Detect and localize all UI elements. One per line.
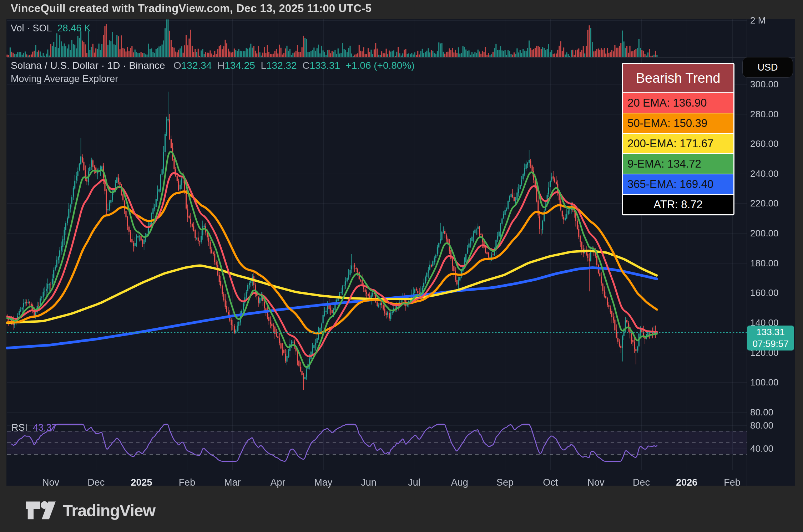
tradingview-logo-text: TradingView xyxy=(63,501,155,520)
time-axis-label: Feb xyxy=(179,477,196,488)
time-axis-label: May xyxy=(314,477,332,488)
time-axis-label: Feb xyxy=(724,477,741,488)
time-axis-label: Jul xyxy=(408,477,420,488)
rsi-value: 43.37 xyxy=(33,422,57,433)
low-value: 132.32 xyxy=(266,60,297,71)
time-axis-label: Oct xyxy=(543,477,558,488)
time-axis-label: 2026 xyxy=(676,477,697,488)
legend-row-9ema: 9-EMA: 134.72 xyxy=(623,154,733,174)
legend-row-20ema: 20 EMA: 136.90 xyxy=(623,93,733,113)
currency-toggle-button[interactable]: USD xyxy=(742,57,793,78)
trend-legend-box[interactable]: Bearish Trend 20 EMA: 136.90 50-EMA: 150… xyxy=(622,63,734,215)
high-value: 134.25 xyxy=(224,60,255,71)
time-axis-label: Nov xyxy=(587,477,605,488)
indicator-title: Moving Average Explorer xyxy=(11,73,118,85)
symbol-ohlc-line: Solana / U.S. Dollar · 1D · Binance O132… xyxy=(11,60,415,71)
price-tick: 240.00 xyxy=(750,168,779,179)
price-tick: 220.00 xyxy=(750,198,779,209)
symbol-name: Solana / U.S. Dollar · 1D · Binance xyxy=(11,60,165,71)
time-axis-label: 2025 xyxy=(131,477,152,488)
high-label: H xyxy=(217,60,224,71)
time-axis-label: Nov xyxy=(42,477,59,488)
trend-status-header: Bearish Trend xyxy=(623,64,733,92)
price-tick: 280.00 xyxy=(750,108,779,119)
open-label: O xyxy=(173,60,181,71)
page-title: VinceQuill created with TradingView.com,… xyxy=(11,2,372,15)
time-axis-label: Jun xyxy=(361,477,377,488)
legend-row-365ema: 365-EMA: 169.40 xyxy=(623,174,733,194)
time-axis-label: Aug xyxy=(451,477,468,488)
volume-legend: Vol · SOL 28.46 K xyxy=(11,23,91,34)
time-axis-label: Dec xyxy=(633,477,650,488)
last-price-value: 133.31 xyxy=(756,326,785,338)
page: { "title": "VinceQuill created with Trad… xyxy=(0,0,803,532)
volume-scale-label: 2 M xyxy=(750,15,766,26)
legend-row-50ema: 50-EMA: 150.39 xyxy=(623,113,733,133)
price-tick: 260.00 xyxy=(750,138,779,149)
tradingview-footer[interactable]: TradingView xyxy=(26,499,155,522)
change-value: +1.06 (+0.80%) xyxy=(346,60,415,71)
time-axis-label: Mar xyxy=(224,477,241,488)
last-price-badge: 133.31 07:59:57 xyxy=(747,326,794,351)
bar-countdown: 07:59:57 xyxy=(752,338,788,350)
legend-row-atr: ATR: 8.72 xyxy=(623,195,733,214)
rsi-legend: RSI 43.37 xyxy=(11,422,57,433)
time-axis-label: Apr xyxy=(270,477,285,488)
time-axis-label: Dec xyxy=(87,477,105,488)
price-tick: 180.00 xyxy=(750,257,779,268)
rsi-label: RSI xyxy=(11,422,27,433)
price-tick: 300.00 xyxy=(750,79,779,90)
volume-label: Vol · SOL xyxy=(11,23,52,34)
close-label: C xyxy=(302,60,309,71)
legend-row-200ema: 200-EMA: 171.67 xyxy=(623,134,733,153)
low-label: L xyxy=(261,60,266,71)
rsi-tick: 80.00 xyxy=(750,420,773,431)
close-value: 133.31 xyxy=(309,60,340,71)
price-tick: 100.00 xyxy=(750,377,779,388)
volume-value: 28.46 K xyxy=(57,23,91,34)
tradingview-logo-icon xyxy=(26,499,56,522)
rsi-tick: 40.00 xyxy=(750,443,773,454)
open-value: 132.34 xyxy=(181,60,212,71)
time-axis-label: Sep xyxy=(496,477,514,488)
price-tick: 80.00 xyxy=(750,406,773,418)
price-tick: 200.00 xyxy=(750,228,779,239)
price-tick: 160.00 xyxy=(750,287,779,298)
